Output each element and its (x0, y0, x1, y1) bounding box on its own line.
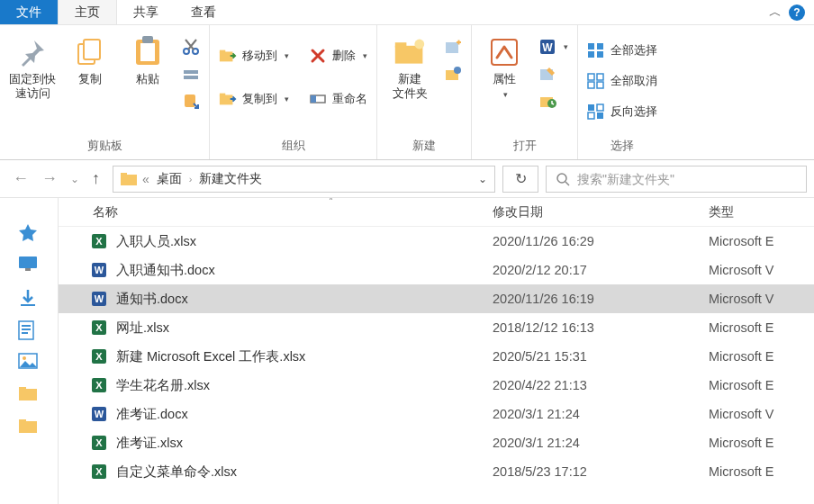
file-type: Microsoft E (709, 234, 814, 248)
file-row[interactable]: X自定义菜单命令.xlsx2018/5/23 17:12Microsoft E (59, 457, 814, 486)
address-dropdown-icon[interactable]: ⌄ (478, 173, 487, 185)
dropdown-icon: ▾ (285, 51, 289, 60)
copy-to-label: 复制到 (242, 91, 277, 107)
file-date: 2020/3/1 21:24 (493, 436, 709, 450)
file-type-icon: X (91, 233, 107, 249)
select-all-label: 全部选择 (610, 42, 657, 58)
folder-shortcut-icon[interactable] (18, 418, 40, 439)
file-row[interactable]: X学生花名册.xlsx2020/4/22 21:13Microsoft E (59, 371, 814, 400)
svg-rect-34 (588, 82, 594, 88)
svg-rect-31 (597, 51, 603, 58)
delete-button[interactable]: 删除 ▾ (305, 45, 371, 67)
file-row[interactable]: X新建 Microsoft Excel 工作表.xlsx2020/5/21 15… (59, 342, 814, 371)
pictures-icon[interactable] (18, 353, 40, 374)
breadcrumb-item[interactable]: 新建文件夹 (199, 171, 262, 187)
svg-text:W: W (95, 293, 104, 304)
tab-file[interactable]: 文件 (0, 0, 58, 24)
svg-text:W: W (542, 41, 553, 54)
new-folder-button[interactable]: 新建 文件夹 (383, 32, 437, 102)
rename-button[interactable]: 重命名 (305, 88, 371, 110)
file-row[interactable]: X网址.xlsx2018/12/12 16:13Microsoft E (59, 313, 814, 342)
copy-path-icon (182, 65, 200, 83)
edit-button[interactable] (535, 63, 572, 85)
tab-view[interactable]: 查看 (175, 0, 232, 24)
file-row[interactable]: X入职人员.xlsx2020/11/26 16:29Microsoft E (59, 227, 814, 256)
svg-rect-19 (446, 42, 458, 53)
ribbon-group-organize: 移动到 ▾ 复制到 ▾ 删除 ▾ (210, 25, 377, 159)
column-header-name[interactable]: 名称 (59, 204, 493, 220)
documents-icon[interactable] (18, 320, 40, 342)
copy-icon (74, 36, 106, 68)
breadcrumb-item[interactable]: 桌面 (157, 171, 182, 187)
address-bar[interactable]: « 桌面 › 新建文件夹 ⌄ (113, 166, 495, 193)
properties-label: 属性 (493, 72, 516, 86)
copy-path-button[interactable] (178, 63, 204, 85)
file-row[interactable]: X准考证.xlsx2020/3/1 21:24Microsoft E (59, 428, 814, 457)
svg-rect-7 (184, 70, 198, 74)
new-item-icon (444, 38, 462, 56)
downloads-icon[interactable] (18, 288, 40, 310)
invert-selection-button[interactable]: 反向选择 (583, 101, 661, 122)
move-to-label: 移动到 (242, 48, 277, 64)
delete-label: 删除 (332, 48, 356, 64)
file-type: Microsoft V (709, 407, 814, 421)
file-date: 2020/11/26 16:19 (493, 292, 709, 306)
file-list[interactable]: X入职人员.xlsx2020/11/26 16:29Microsoft EW入职… (59, 227, 814, 486)
search-box[interactable] (546, 166, 807, 193)
copy-button[interactable]: 复制 (63, 32, 117, 86)
refresh-button[interactable]: ↻ (502, 166, 538, 193)
up-button[interactable]: ↑ (92, 169, 100, 188)
file-type-icon: X (91, 348, 107, 364)
cut-button[interactable] (178, 36, 204, 58)
select-none-icon (587, 72, 605, 90)
file-date: 2020/2/12 20:17 (493, 263, 709, 277)
file-name: 自定义菜单命令.xlsx (116, 464, 237, 481)
copy-to-button[interactable]: 复制到 ▾ (215, 88, 293, 110)
file-type-icon: X (91, 377, 107, 393)
recent-locations-button[interactable]: ⌄ (70, 173, 79, 185)
quick-access-icon[interactable] (18, 223, 40, 245)
file-date: 2020/11/26 16:29 (493, 234, 709, 248)
easy-access-button[interactable] (440, 63, 466, 85)
svg-text:X: X (95, 380, 103, 391)
svg-rect-29 (597, 43, 603, 50)
file-name: 准考证.docx (116, 406, 188, 423)
file-type: Microsoft E (709, 349, 814, 364)
select-all-button[interactable]: 全部选择 (583, 40, 661, 61)
pin-icon (16, 36, 49, 68)
properties-icon (488, 36, 520, 68)
minimize-ribbon-icon[interactable]: ︿ (769, 4, 782, 21)
folder-shortcut-icon[interactable] (18, 385, 40, 407)
file-name: 通知书.docx (116, 291, 188, 308)
file-name: 准考证.xlsx (116, 435, 183, 452)
paste-shortcut-button[interactable] (178, 90, 204, 112)
pin-label: 固定到快 速访问 (9, 72, 56, 102)
file-row[interactable]: W入职通知书.docx2020/2/12 20:17Microsoft V (59, 256, 814, 284)
open-with-button[interactable]: W ▾ (535, 36, 572, 58)
search-input[interactable] (577, 172, 797, 186)
dropdown-icon: ▾ (285, 94, 289, 104)
svg-rect-39 (597, 112, 603, 119)
new-item-button[interactable] (440, 36, 466, 58)
select-none-button[interactable]: 全部取消 (583, 70, 661, 92)
help-icon[interactable]: ? (789, 4, 805, 21)
tab-share[interactable]: 共享 (117, 0, 175, 24)
tab-home[interactable]: 主页 (58, 0, 117, 24)
pin-to-quick-access-button[interactable]: 固定到快 速访问 (5, 32, 59, 102)
svg-rect-15 (311, 95, 316, 103)
sort-indicator-icon: ˄ (329, 198, 333, 206)
dropdown-icon: ▾ (564, 42, 568, 51)
column-header-date[interactable]: 修改日期 (493, 204, 709, 220)
desktop-icon[interactable] (18, 256, 40, 277)
history-button[interactable] (535, 90, 572, 112)
forward-button[interactable]: → (41, 169, 58, 188)
paste-button[interactable]: 粘贴 (121, 32, 175, 86)
file-row[interactable]: W通知书.docx2020/11/26 16:19Microsoft V (59, 284, 814, 313)
svg-text:X: X (95, 236, 103, 247)
file-row[interactable]: W准考证.docx2020/3/1 21:24Microsoft V (59, 400, 814, 428)
move-to-button[interactable]: 移动到 ▾ (215, 45, 293, 67)
column-header-type[interactable]: 类型 (709, 204, 814, 220)
properties-button[interactable]: 属性 ▾ (477, 32, 531, 99)
back-button[interactable]: ← (13, 169, 29, 188)
navigation-pane[interactable] (0, 198, 59, 504)
